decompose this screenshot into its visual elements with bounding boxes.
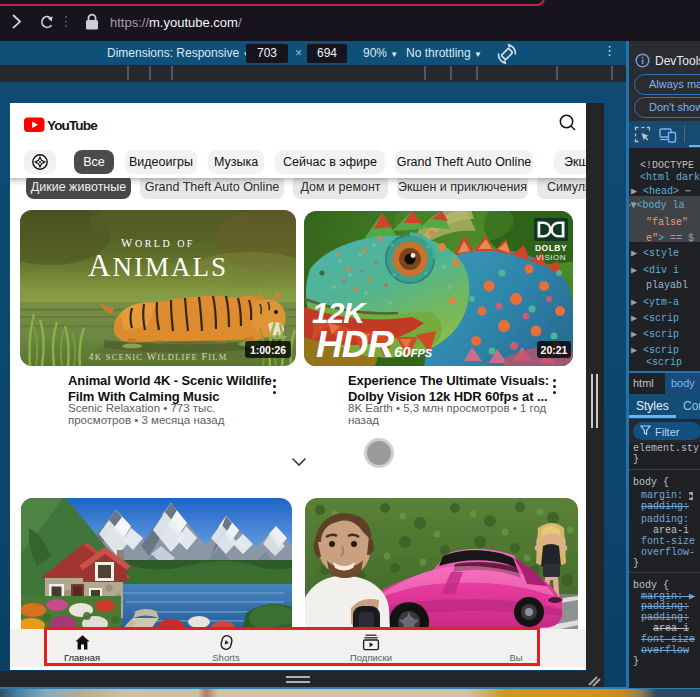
svg-text:1:00:26: 1:00:26 [250,344,286,356]
svg-text:HDR: HDR [316,324,394,365]
svg-text:4K SCENIC WILDLIFE FILM: 4K SCENIC WILDLIFE FILM [88,351,227,362]
svg-text:YouTube: YouTube [47,118,98,133]
svg-text:WORLD OF: WORLD OF [121,236,195,250]
svg-text:VISION: VISION [536,253,566,262]
svg-text:ANIMALS: ANIMALS [88,248,228,283]
svg-text:20:21: 20:21 [541,344,568,356]
svg-text:DOLBY: DOLBY [535,243,567,253]
